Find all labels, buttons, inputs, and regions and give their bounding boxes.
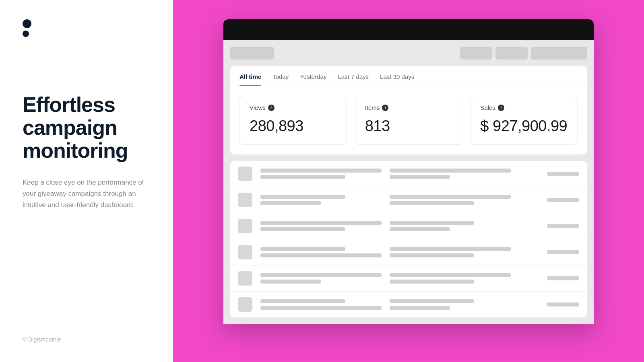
skel-line: [260, 306, 382, 310]
skel-line: [260, 299, 345, 303]
table-row: [230, 265, 587, 292]
skel-line: [390, 280, 475, 284]
row-col-3: [519, 276, 579, 280]
right-panel: All time Today Yesterday Last 7 days Las…: [173, 0, 644, 362]
table-row: [230, 292, 587, 317]
main-heading: Effortless campaign monitoring: [23, 93, 151, 162]
skel-line: [547, 172, 579, 176]
row-thumbnail: [238, 271, 252, 286]
row-col-2: [390, 169, 511, 179]
left-panel: Effortless campaign monitoring Keep a cl…: [0, 0, 173, 362]
skel-line: [547, 250, 579, 254]
metric-value-items: 813: [365, 117, 452, 135]
skel-line: [390, 253, 475, 257]
row-thumbnail: [238, 193, 252, 207]
row-col-2: [390, 195, 511, 205]
dash-header: [230, 47, 587, 60]
dashboard-window: All time Today Yesterday Last 7 days Las…: [223, 19, 594, 324]
row-col-1: [260, 299, 382, 310]
skel-line: [390, 299, 475, 303]
tab-last-30-days[interactable]: Last 30 days: [380, 73, 414, 86]
skel-line: [547, 302, 579, 306]
skel-line: [390, 221, 475, 225]
table-row: [230, 161, 587, 187]
row-col-2: [390, 247, 511, 257]
skel-line: [390, 227, 450, 231]
tab-last-7-days[interactable]: Last 7 days: [338, 73, 369, 86]
skel-line: [390, 273, 511, 277]
info-icon-sales: i: [498, 105, 504, 111]
skel-line: [260, 227, 345, 231]
row-col-3: [519, 172, 579, 176]
metric-label-items: Items: [365, 104, 380, 111]
metric-label-views: Views: [250, 104, 266, 111]
skel-line: [390, 175, 450, 179]
logo-dot-bottom: [23, 31, 29, 37]
metric-label-row-items: Items i: [365, 104, 452, 111]
skel-line: [260, 195, 345, 199]
logo: [23, 19, 151, 37]
metric-card-sales: Sales i $ 927,900.99: [470, 96, 578, 145]
row-col-3: [519, 224, 579, 228]
skel-line: [260, 273, 382, 277]
row-thumbnail: [238, 297, 252, 312]
metric-value-sales: $ 927,900.99: [480, 117, 568, 135]
info-icon-items: i: [382, 105, 388, 111]
table-row: [230, 187, 587, 213]
copyright-text: © Digismoothie: [23, 320, 151, 343]
skel-line: [260, 175, 345, 179]
row-col-2: [390, 299, 511, 310]
metric-label-row-views: Views i: [250, 104, 337, 111]
row-col-1: [260, 273, 382, 284]
skel-line: [390, 306, 450, 310]
header-skeleton-btn-1: [460, 47, 492, 60]
dashboard-body: All time Today Yesterday Last 7 days Las…: [223, 40, 594, 324]
row-thumbnail: [238, 245, 252, 259]
metrics-row: Views i 280,893 Items i 813: [230, 86, 587, 154]
row-thumbnail: [238, 219, 252, 233]
skel-line: [260, 221, 382, 225]
stats-card: All time Today Yesterday Last 7 days Las…: [230, 66, 587, 154]
skel-line: [260, 247, 345, 251]
row-col-1: [260, 221, 382, 231]
left-content: Effortless campaign monitoring Keep a cl…: [23, 93, 151, 320]
metric-value-views: 280,893: [250, 117, 337, 135]
row-col-1: [260, 169, 382, 179]
row-thumbnail: [238, 167, 252, 181]
tab-all-time[interactable]: All time: [239, 73, 261, 86]
row-col-3: [519, 250, 579, 254]
metric-label-row-sales: Sales i: [480, 104, 568, 111]
table-row: [230, 213, 587, 239]
skel-line: [260, 253, 382, 257]
row-col-1: [260, 247, 382, 257]
skel-line: [390, 195, 511, 199]
header-skeleton-btn-3: [531, 47, 587, 60]
row-col-2: [390, 273, 511, 284]
skel-line: [390, 247, 511, 251]
logo-dot-top: [23, 19, 31, 28]
row-col-2: [390, 221, 511, 231]
header-skeleton-btn-left: [230, 47, 274, 60]
skel-line: [547, 276, 579, 280]
metric-card-items: Items i 813: [355, 96, 462, 145]
tab-yesterday[interactable]: Yesterday: [300, 73, 326, 86]
metric-label-sales: Sales: [480, 104, 495, 111]
window-topbar: [223, 19, 594, 40]
skel-line: [390, 169, 511, 173]
skel-line: [260, 201, 321, 205]
skel-line: [547, 198, 579, 202]
sub-text: Keep a close eye on the performance of y…: [23, 177, 151, 211]
skel-line: [547, 224, 579, 228]
table-card: [230, 161, 587, 317]
row-col-3: [519, 198, 579, 202]
skel-line: [390, 201, 475, 205]
metric-card-views: Views i 280,893: [239, 96, 347, 145]
row-col-3: [519, 302, 579, 306]
skel-line: [260, 280, 321, 284]
info-icon-views: i: [268, 105, 275, 111]
tabs-row: All time Today Yesterday Last 7 days Las…: [230, 66, 587, 86]
table-row: [230, 239, 587, 265]
tab-today[interactable]: Today: [272, 73, 289, 86]
header-skeleton-btn-2: [495, 47, 528, 60]
header-right-buttons: [460, 47, 587, 60]
